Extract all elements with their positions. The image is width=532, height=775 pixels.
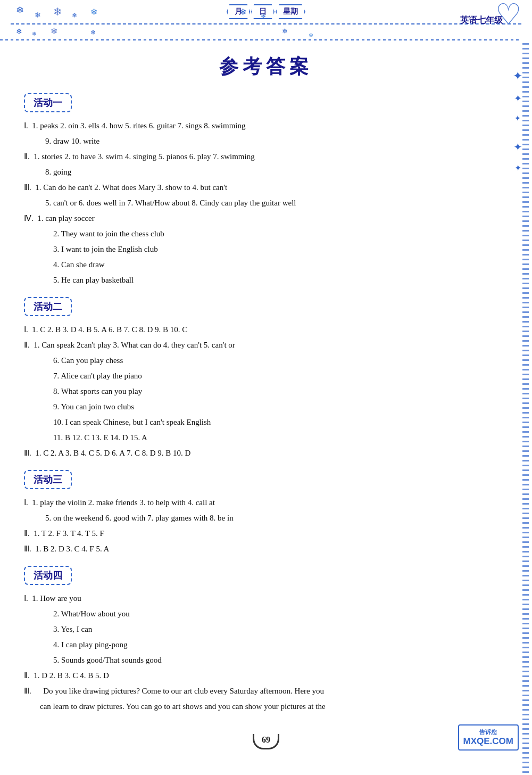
week-hex: 星期 (276, 4, 305, 19)
star-icon: ✦ (514, 114, 521, 123)
roman-numeral: Ⅰ (24, 121, 26, 130)
section-box-1: 活动一 (24, 93, 72, 112)
answer-line: 10. I can speak Chinese, but I can't spe… (24, 415, 503, 430)
page-number-container: 69 (253, 734, 279, 749)
answer-text: 1. B 2. D 3. C 4. F 5. A (35, 545, 109, 553)
right-star-decorations: ✦ ✦ ✦ ✦ ✦ (513, 69, 522, 173)
answer-line: 4. Can she draw (24, 258, 503, 272)
section3-part2: Ⅱ. 1. T 2. F 3. T 4. T 5. F (24, 526, 503, 541)
page-title: 参考答案 (0, 54, 532, 80)
answer-text: 1. can play soccer (37, 214, 94, 222)
section1-part4: Ⅳ. 1. can play soccer 2. They want to jo… (24, 211, 503, 287)
answer-line: Ⅳ. 1. can play soccer (24, 211, 503, 226)
answer-text: 1. C 2. B 3. D 4. B 5. A 6. B 7. C 8. D … (32, 325, 187, 334)
section-huodong3: 活动三 Ⅰ. 1. play the violin 2. make friend… (24, 470, 503, 556)
roman-numeral: Ⅱ (24, 341, 28, 349)
answer-text: 1. D 2. B 3. C 4. B 5. D (34, 671, 109, 680)
answer-line: 5. on the weekend 6. good with 7. play g… (24, 511, 503, 525)
answer-line: 9. You can join two clubs (24, 400, 503, 414)
answer-text: 1. stories 2. to have 3. swim 4. singing… (34, 152, 254, 161)
answer-text: 1. T 2. F 3. T 4. T 5. F (34, 529, 104, 538)
answer-line: 6. Can you play chess (24, 353, 503, 368)
answer-line: 3. Yes, I can (24, 622, 503, 637)
roman-numeral: Ⅰ (24, 594, 26, 603)
section1-part2: Ⅱ. 1. stories 2. to have 3. swim 4. sing… (24, 150, 503, 179)
answer-line: Ⅰ. 1. peaks 2. oin 3. ells 4. how 5. rit… (24, 119, 503, 133)
roman-numeral: Ⅲ (24, 687, 29, 695)
snowflake2-icon: ❄ (309, 32, 313, 39)
section4-part3: Ⅲ. Do you like drawing pictures? Come to… (24, 684, 503, 714)
answer-line: Ⅱ. 1. D 2. B 3. C 4. B 5. D (24, 669, 503, 683)
answer-line: can learn to draw pictures. You can go t… (24, 699, 503, 714)
snowflake2-icon: ❄ (32, 31, 36, 37)
roman-numeral: Ⅰ (24, 498, 26, 507)
answer-line: Ⅰ. 1. How are you (24, 591, 503, 606)
header-hex-shapes: 月 日 星期 (11, 4, 521, 19)
watermark: 告诉您 MXQE.COM (458, 724, 519, 751)
month-hex: 月 (227, 4, 250, 19)
answer-line: 5. can't or 6. does well in 7. What/How … (24, 196, 503, 210)
snowflake2-icon: ❄ (51, 26, 57, 36)
section2-part1: Ⅰ. 1. C 2. B 3. D 4. B 5. A 6. B 7. C 8.… (24, 323, 503, 337)
answer-line: Ⅲ. 1. C 2. A 3. B 4. C 5. D 6. A 7. C 8.… (24, 446, 503, 460)
snowflake-icon: ❄ (90, 7, 97, 17)
section-title-3: 活动三 (34, 474, 62, 485)
page-wrapper: ❄ ❄ ❄ ❄ ❄ ❄ ❄ 月 日 星期 ♡ 英语七年级 (0, 0, 532, 775)
snowflake-icon: ❄ (16, 4, 24, 16)
snowflake2-icon: ❄ (90, 29, 96, 37)
snowflake-icon: ❄ (53, 5, 62, 18)
answer-line: Ⅲ. 1. B 2. D 3. C 4. F 5. A (24, 542, 503, 556)
answer-line: Ⅰ. 1. C 2. B 3. D 4. B 5. A 6. B 7. C 8.… (24, 323, 503, 337)
answer-line: 2. What/How about you (24, 607, 503, 621)
star-icon: ✦ (513, 69, 522, 83)
answer-text: 1. How are you (32, 594, 81, 603)
page-number: 69 (253, 734, 279, 749)
dashed-line (0, 39, 519, 40)
answer-line: 9. draw 10. write (24, 134, 503, 149)
answer-line: 3. I want to join the English club (24, 242, 503, 257)
section4-part2: Ⅱ. 1. D 2. B 3. C 4. B 5. D (24, 669, 503, 683)
section1-part3: Ⅲ. 1. Can do he can't 2. What does Mary … (24, 180, 503, 210)
section4-part1: Ⅰ. 1. How are you 2. What/How about you … (24, 591, 503, 667)
roman-numeral: Ⅲ (24, 545, 29, 553)
roman-numeral: Ⅱ (24, 671, 28, 680)
star-icon: ✦ (513, 141, 522, 153)
main-content: 活动一 Ⅰ. 1. peaks 2. oin 3. ells 4. how 5.… (0, 93, 532, 714)
answer-line: Ⅱ. 1. T 2. F 3. T 4. T 5. F (24, 526, 503, 541)
answer-text: 1. C 2. A 3. B 4. C 5. D 6. A 7. C 8. D … (35, 449, 190, 457)
watermark-url: MXQE.COM (463, 736, 513, 747)
answer-line: 5. Sounds good/That sounds good (24, 653, 503, 667)
answer-line: 4. I can play ping-pong (24, 638, 503, 652)
answer-line: Ⅲ. Do you like drawing pictures? Come to… (24, 684, 503, 698)
roman-numeral: Ⅲ (24, 449, 29, 457)
snowflake2-icon: ❄ (16, 27, 22, 36)
answer-text: 1. Can do he can't 2. What does Mary 3. … (35, 183, 227, 192)
answer-line: 11. B 12. C 13. E 14. D 15. A (24, 431, 503, 445)
answer-line: Ⅱ. 1. stories 2. to have 3. swim 4. sing… (24, 150, 503, 164)
section-box-2: 活动二 (24, 297, 72, 316)
roman-numeral: Ⅳ (24, 214, 31, 222)
watermark-top-text: 告诉您 (463, 728, 513, 736)
answer-line: Ⅲ. 1. Can do he can't 2. What does Mary … (24, 180, 503, 195)
header-second-row: ❄ ❄ ❄ ❄ ❄ ❄ (0, 24, 532, 40)
star-icon: ✦ (514, 93, 522, 104)
section-huodong2: 活动二 Ⅰ. 1. C 2. B 3. D 4. B 5. A 6. B 7. … (24, 297, 503, 460)
section3-part3: Ⅲ. 1. B 2. D 3. C 4. F 5. A (24, 542, 503, 556)
answer-line: 7. Alice can't play the piano (24, 369, 503, 383)
answer-text: Do you like drawing pictures? Come to ou… (43, 687, 324, 695)
section-box-4: 活动四 (24, 566, 72, 585)
section3-part1: Ⅰ. 1. play the violin 2. make friends 3.… (24, 496, 503, 525)
footer: 69 告诉您 MXQE.COM (0, 723, 532, 755)
snowflake-icon: ❄ (35, 11, 41, 20)
roman-numeral: Ⅲ (24, 183, 29, 192)
day-hex: 日 (251, 4, 275, 19)
section1-part1: Ⅰ. 1. peaks 2. oin 3. ells 4. how 5. rit… (24, 119, 503, 149)
section2-part3: Ⅲ. 1. C 2. A 3. B 4. C 5. D 6. A 7. C 8.… (24, 446, 503, 460)
star-icon: ✦ (514, 163, 521, 173)
section-title-1: 活动一 (34, 97, 62, 108)
roman-numeral: Ⅰ (24, 325, 26, 334)
answer-line: 8. What sports can you play (24, 384, 503, 399)
answer-line: Ⅱ. 1. Can speak 2can't play 3. What can … (24, 338, 503, 352)
answer-line: Ⅰ. 1. play the violin 2. make friends 3.… (24, 496, 503, 510)
answer-line: 8. going (24, 165, 503, 179)
